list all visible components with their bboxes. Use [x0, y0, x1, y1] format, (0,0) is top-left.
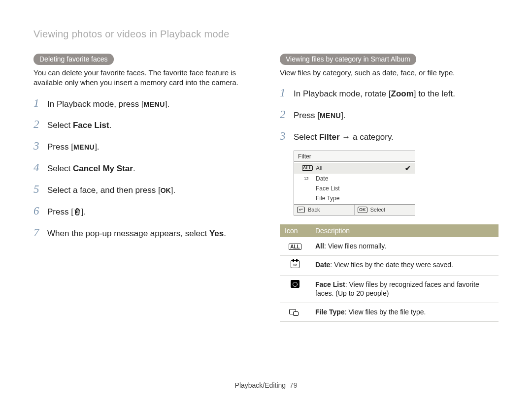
step-text: When the pop-up message appears, select	[47, 229, 209, 238]
icon-description-table: Icon Description ALL All: View files nor…	[280, 224, 499, 322]
filter-option-label: All	[316, 165, 322, 172]
step-6: Press [].	[33, 204, 252, 218]
step-3: Press [MENU].	[33, 139, 252, 154]
step-text: Press [	[294, 111, 320, 120]
footer-section: Playback/Editing	[235, 381, 286, 389]
step-2: Select Face List.	[33, 117, 252, 132]
page-number: 79	[290, 381, 298, 389]
steps-list: In Playback mode, press [MENU]. Select F…	[33, 96, 252, 240]
cell-description: File Type: View files by the file type.	[310, 303, 499, 322]
step-bold: Cancel My Star	[73, 164, 133, 173]
cell-description: All: View files normally.	[310, 237, 499, 255]
filter-option-label: Date	[316, 175, 328, 182]
step-bold: Zoom	[391, 89, 414, 98]
th-icon: Icon	[280, 224, 310, 237]
step-text: .	[224, 229, 226, 238]
menu-button-label: MENU	[73, 143, 95, 151]
step-1: In Playback mode, rotate [Zoom] to the l…	[280, 86, 499, 100]
all-icon: ALL	[303, 165, 312, 172]
filter-option-date[interactable]: 12 Date	[294, 174, 415, 184]
page-footer: Playback/Editing 79	[0, 381, 532, 389]
filter-menu-footer: ↩ Back OK Select	[294, 205, 415, 216]
file-type-icon	[303, 195, 312, 202]
intro-text: You can delete your favorite faces. The …	[33, 68, 252, 88]
step-2: Press [MENU].	[280, 107, 499, 122]
step-text: →	[340, 132, 353, 142]
filter-menu-list: ALL All ✔ 12 Date Face List File Type	[294, 161, 415, 205]
step-bold: Filter	[319, 132, 340, 142]
step-text: Select	[294, 132, 319, 142]
step-7: When the pop-up message appears, select …	[33, 225, 252, 240]
all-icon: ALL	[280, 237, 310, 255]
table-row: ALL All: View files normally.	[280, 237, 499, 255]
trash-icon	[73, 207, 81, 216]
intro-text: View files by category, such as date, fa…	[280, 68, 499, 78]
section-pill-viewing-files-by-category: Viewing files by category in Smart Album	[280, 54, 416, 65]
left-column: Deleting favorite faces You can delete y…	[33, 54, 252, 322]
calendar-icon: 12	[280, 255, 310, 275]
select-button[interactable]: OK Select	[354, 205, 415, 215]
step-text: .	[109, 121, 112, 130]
face-icon	[303, 185, 312, 192]
step-text: .	[133, 164, 135, 173]
step-text: ].	[165, 99, 169, 109]
cell-description: Face List: View files by recognized face…	[310, 275, 499, 303]
table-row: File Type: View files by the file type.	[280, 303, 499, 322]
step-text: ].	[341, 111, 345, 120]
filter-option-label: File Type	[316, 195, 339, 202]
step-text: Select	[47, 164, 73, 173]
step-1: In Playback mode, press [MENU].	[33, 96, 252, 111]
step-text: In Playback mode, press [	[47, 99, 144, 109]
step-bold: Face List	[73, 121, 109, 130]
calendar-icon: 12	[303, 175, 312, 182]
back-icon: ↩	[297, 207, 305, 213]
step-text: Select	[47, 121, 73, 130]
filter-option-file-type[interactable]: File Type	[294, 193, 415, 203]
th-description: Description	[310, 224, 499, 237]
step-bold: Yes	[209, 229, 224, 238]
file-type-icon	[280, 303, 310, 322]
select-label: Select	[370, 207, 386, 213]
menu-button-label: MENU	[320, 112, 341, 120]
filter-option-face-list[interactable]: Face List	[294, 184, 415, 193]
step-text: a category.	[353, 132, 394, 142]
table-header-row: Icon Description	[280, 224, 499, 237]
filter-menu-title: Filter	[294, 151, 415, 161]
filter-menu-screenshot: Filter ALL All ✔ 12 Date Face List Fil	[294, 151, 415, 216]
face-icon	[280, 275, 310, 303]
step-text: ].	[81, 207, 86, 216]
ok-button-label: OK	[161, 186, 171, 194]
step-5: Select a face, and then press [OK].	[33, 182, 252, 197]
filter-option-all[interactable]: ALL All ✔	[294, 163, 415, 174]
menu-button-label: MENU	[144, 100, 165, 108]
back-button[interactable]: ↩ Back	[294, 205, 354, 215]
step-text: Select a face, and then press [	[47, 185, 161, 195]
table-row: Face List: View files by recognized face…	[280, 275, 499, 303]
section-pill-deleting-favorite-faces: Deleting favorite faces	[33, 54, 114, 65]
step-4: Select Cancel My Star.	[33, 160, 252, 175]
step-text: ].	[95, 142, 99, 152]
filter-option-label: Face List	[316, 185, 340, 192]
checkmark-icon: ✔	[405, 164, 411, 172]
back-label: Back	[308, 207, 320, 213]
steps-list: In Playback mode, rotate [Zoom] to the l…	[280, 86, 499, 144]
step-text: ] to the left.	[414, 89, 455, 98]
cell-description: Date: View files by the date they were s…	[310, 255, 499, 275]
step-text: Press [	[47, 207, 73, 216]
page-heading: Viewing photos or videos in Playback mod…	[33, 29, 499, 40]
ok-icon: OK	[358, 207, 367, 213]
table-row: 12 Date: View files by the date they wer…	[280, 255, 499, 275]
step-text: In Playback mode, rotate [	[294, 89, 391, 98]
step-3: Select Filter → a category.	[280, 129, 499, 144]
right-column: Viewing files by category in Smart Album…	[280, 54, 499, 322]
step-text: ].	[171, 185, 175, 195]
step-text: Press [	[47, 142, 73, 152]
